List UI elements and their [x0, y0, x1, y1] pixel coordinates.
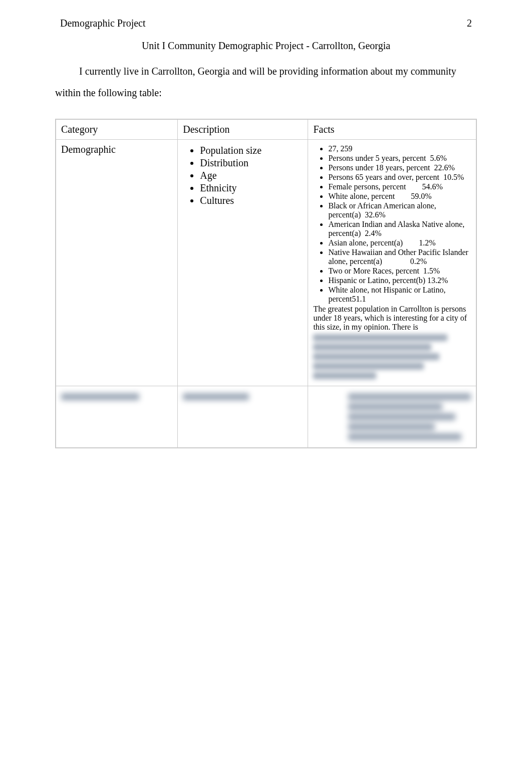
demographic-table: Category Description Facts Demographic P… — [55, 119, 477, 448]
list-item: White alone, not Hispanic or Latino, per… — [328, 286, 471, 304]
description-list: Population size Distribution Age Ethnici… — [183, 145, 303, 206]
running-title: Demographic Project — [60, 18, 146, 29]
list-item: Distribution — [200, 157, 303, 169]
list-item: Female persons, percent 54.6% — [328, 182, 471, 191]
facts-list: 27, 259 Persons under 5 years, percent 5… — [313, 144, 471, 304]
fact-label: American Indian and Alaska Native alone,… — [328, 220, 464, 237]
table-row: Demographic Population size Distribution… — [56, 140, 476, 386]
fact-value: 1.5% — [423, 267, 440, 275]
fact-value: 32.6% — [365, 210, 385, 219]
list-item: 27, 259 — [328, 144, 471, 153]
fact-label: Persons under 5 years, percent — [328, 154, 426, 162]
table-header-category: Category — [56, 120, 178, 140]
fact-value: 10.5% — [443, 173, 464, 181]
table-header-row: Category Description Facts — [56, 120, 476, 140]
page-number: 2 — [467, 18, 472, 29]
preview-blur-tail — [313, 334, 471, 379]
document-title: Unit I Community Demographic Project - C… — [55, 40, 477, 52]
intro-paragraph: I currently live in Carrollton, Georgia … — [55, 61, 477, 104]
category-cell: Demographic — [56, 140, 178, 386]
fact-value: 59.0% — [411, 192, 431, 200]
fact-value: 0.2% — [410, 257, 427, 266]
list-item: Age — [200, 170, 303, 181]
fact-label: White alone, percent — [328, 192, 395, 200]
list-item: Native Hawaiian and Other Pacific Island… — [328, 248, 471, 266]
preview-blur-lines — [313, 393, 471, 440]
list-item: Persons 65 years and over, percent 10.5% — [328, 173, 471, 182]
list-item: Persons under 18 years, percent 22.6% — [328, 163, 471, 172]
fact-label: Asian alone, percent(a) — [328, 238, 403, 247]
fact-label: Persons under 18 years, percent — [328, 163, 430, 172]
preview-blur-cell — [308, 386, 476, 448]
page-root: Demographic Project 2 Unit I Community D… — [0, 0, 532, 782]
list-item: Asian alone, percent(a) 1.2% — [328, 238, 471, 247]
list-item: Population size — [200, 145, 303, 156]
description-cell: Population size Distribution Age Ethnici… — [178, 140, 308, 386]
preview-blur-cell — [178, 386, 308, 448]
table-header-facts: Facts — [308, 120, 476, 140]
fact-value: 5.6% — [430, 154, 446, 162]
fact-label: White alone, not Hispanic or Latino, per… — [328, 286, 445, 303]
fact-value: 13.2% — [427, 276, 448, 285]
facts-note: The greatest population in Carrollton is… — [313, 305, 471, 332]
facts-cell: 27, 259 Persons under 5 years, percent 5… — [308, 140, 476, 386]
fact-value: 22.6% — [434, 163, 454, 172]
fact-label: Female persons, percent — [328, 182, 406, 191]
list-item: Cultures — [200, 195, 303, 206]
running-header: Demographic Project 2 — [55, 18, 477, 29]
list-item: Hispanic or Latino, percent(b) 13.2% — [328, 276, 471, 285]
preview-blur-cell — [56, 386, 178, 448]
list-item: Ethnicity — [200, 182, 303, 194]
preview-blur-lines — [183, 393, 303, 400]
fact-label: Native Hawaiian and Other Pacific Island… — [328, 248, 468, 266]
fact-label: Persons 65 years and over, percent — [328, 173, 439, 181]
fact-value: 51.1 — [352, 295, 366, 303]
list-item: Persons under 5 years, percent 5.6% — [328, 154, 471, 163]
list-item: Black or African American alone, percent… — [328, 201, 471, 219]
list-item: White alone, percent 59.0% — [328, 192, 471, 201]
fact-value: 2.4% — [365, 229, 381, 237]
fact-value: 1.2% — [419, 238, 435, 247]
fact-label: Hispanic or Latino, percent(b) — [328, 276, 425, 285]
fact-label: Two or More Races, percent — [328, 267, 419, 275]
table-header-description: Description — [178, 120, 308, 140]
list-item: Two or More Races, percent 1.5% — [328, 267, 471, 276]
fact-value: 54.6% — [422, 182, 442, 191]
table-row-preview-blur — [56, 386, 476, 448]
list-item: American Indian and Alaska Native alone,… — [328, 220, 471, 238]
preview-blur-lines — [61, 393, 172, 400]
